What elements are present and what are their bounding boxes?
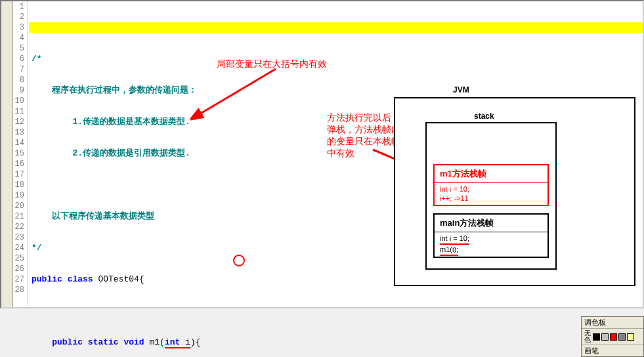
line-number-gutter: 1234 5678 9101112 13141516 17181920 2122…: [13, 1, 28, 307]
annotation-stack: 方法执行完以后 弹栈，方法栈帧内 的变量只在本栈帧 中有效: [327, 112, 400, 159]
code-line: [29, 22, 643, 33]
no-color-label[interactable]: 无色: [583, 330, 592, 343]
color-palette: 调色板 无色 画笔: [581, 316, 644, 357]
annotation-scope: 局部变量只在大括号内有效: [217, 58, 327, 70]
circle-annotation-icon: [233, 255, 245, 266]
color-swatch[interactable]: [593, 333, 600, 341]
color-swatch[interactable]: [627, 333, 634, 341]
color-swatch[interactable]: [618, 333, 626, 341]
stack-frame-m1: m1方法栈帧 int i = 10; i++; ->11: [433, 164, 549, 206]
stack-frame-main: main方法栈帧 int i = 10; m1(i);: [433, 213, 549, 258]
color-swatch[interactable]: [601, 333, 609, 341]
brush-title: 画笔: [582, 345, 643, 356]
stack-label: stack: [474, 112, 494, 121]
palette-title: 调色板: [582, 317, 643, 329]
fold-gutter[interactable]: [1, 1, 13, 307]
color-swatch[interactable]: [610, 333, 617, 341]
jvm-label: JVM: [453, 85, 469, 94]
